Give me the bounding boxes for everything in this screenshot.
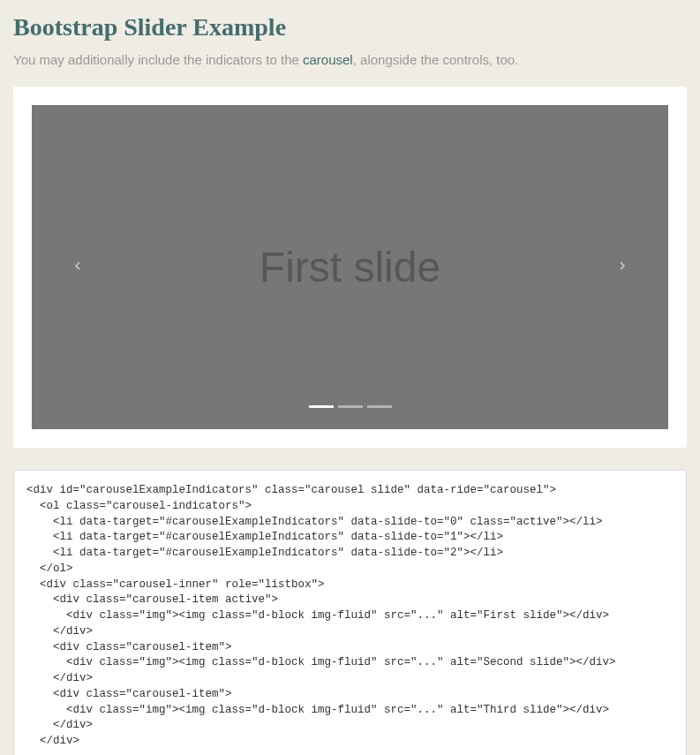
carousel-example-panel: First slide bbox=[13, 87, 687, 448]
chevron-right-icon bbox=[614, 258, 630, 277]
description-after: , alongside the controls, too. bbox=[353, 52, 519, 67]
page-title: Bootstrap Slider Example bbox=[13, 13, 687, 42]
slide-label: First slide bbox=[260, 243, 440, 291]
carousel: First slide bbox=[32, 105, 668, 429]
code-sample: <div id="carouselExampleIndicators" clas… bbox=[13, 470, 687, 755]
description: You may additionally include the indicat… bbox=[13, 52, 687, 67]
description-before: You may additionally include the indicat… bbox=[13, 52, 303, 67]
carousel-indicator-2[interactable] bbox=[367, 405, 392, 408]
carousel-prev-button[interactable] bbox=[65, 255, 90, 280]
carousel-next-button[interactable] bbox=[610, 255, 635, 280]
carousel-indicators bbox=[309, 405, 392, 408]
chevron-left-icon bbox=[70, 258, 86, 277]
carousel-indicator-1[interactable] bbox=[338, 405, 363, 408]
carousel-link[interactable]: carousel bbox=[303, 52, 353, 67]
carousel-indicator-0[interactable] bbox=[309, 405, 334, 408]
